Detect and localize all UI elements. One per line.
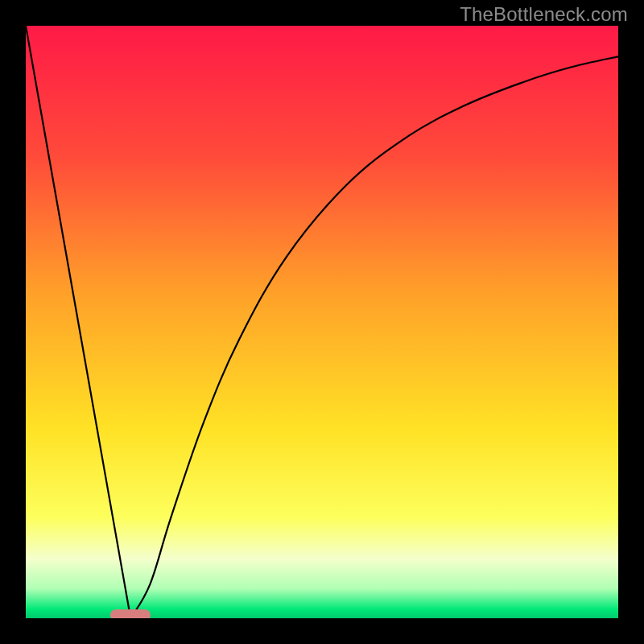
plot-area <box>26 26 618 618</box>
score-curve <box>26 26 618 618</box>
optimal-marker <box>110 609 151 618</box>
watermark-text: TheBottleneck.com <box>460 3 628 26</box>
chart-frame: TheBottleneck.com <box>0 0 644 644</box>
